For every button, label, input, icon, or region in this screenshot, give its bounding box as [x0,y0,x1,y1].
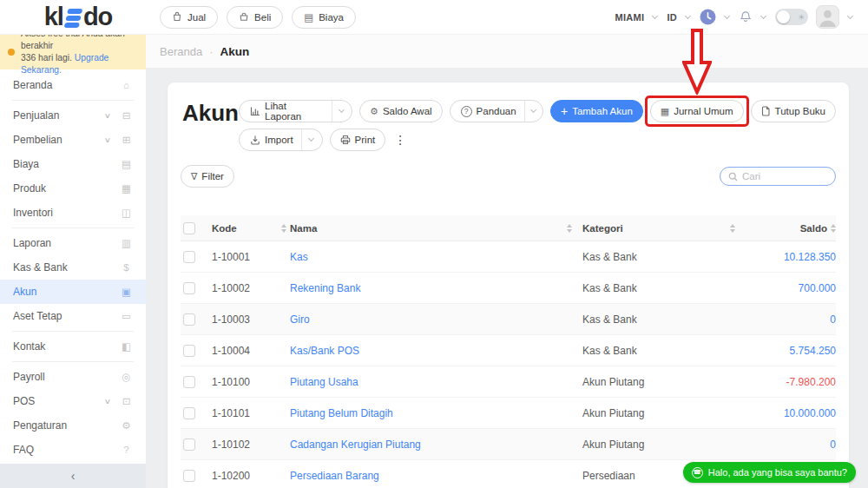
biaya-button[interactable]: ▤ Biaya [292,6,356,29]
kledo-logo[interactable]: kl do [0,3,156,31]
panduan-label: Panduan [477,106,516,116]
saldo-awal-button[interactable]: ⚙ Saldo Awal [359,100,443,122]
cell-kode: 1-10002 [212,282,250,294]
row-checkbox[interactable] [183,407,195,419]
saldo-awal-label: Saldo Awal [383,106,432,116]
select-all-checkbox[interactable] [183,222,195,234]
cell-nama-link[interactable]: Kas [290,251,308,263]
jurnal-umum-button[interactable]: ▦ Jurnal Umum [650,100,744,122]
sidebar-item[interactable]: Kontak ∨ ◧ [0,334,146,359]
phone-icon: ☎ [692,467,703,478]
language-selector[interactable]: ID [667,12,677,23]
sort-icon[interactable] [831,224,836,233]
cell-kategori: Akun Piutang [582,439,644,451]
sidebar-item[interactable]: Pembelian ∨ ⊞ [0,128,146,152]
cell-saldo: 10.000.000 [784,407,836,419]
sidebar-item[interactable]: Payroll ∨ ◎ [0,365,146,389]
avatar[interactable] [816,5,839,29]
panduan-button[interactable]: ? Panduan [450,101,524,122]
sidebar-item[interactable]: FAQ ∨ ? [0,438,146,462]
import-dropdown[interactable] [301,129,322,150]
toolbar-row-1: Lihat Laporan ⚙ Saldo Awal ? Panduan [239,100,836,122]
jual-label: Jual [187,12,206,23]
chat-widget-button[interactable]: ☎ Halo, ada yang bisa saya bantu? [683,462,856,483]
sidebar-item-icon: ◫ [120,207,133,219]
row-checkbox[interactable] [183,376,195,388]
chevron-down-icon [724,12,730,18]
search-input[interactable] [742,171,827,181]
search-icon [728,172,738,181]
tutup-buku-button[interactable]: Tutup Buku [751,100,836,122]
chevron-down-icon [685,12,691,18]
page-title: Akun [182,100,239,127]
sort-icon[interactable] [567,224,572,233]
search-box[interactable] [720,167,836,186]
sidebar-item-label: Laporan [13,237,120,249]
sidebar-item[interactable]: POS ∨ ⊡ [0,389,146,413]
chevron-down-icon [760,12,766,18]
row-checkbox[interactable] [183,251,195,263]
cell-nama-link[interactable]: Persediaan Barang [290,470,379,482]
panduan-dropdown[interactable] [524,101,542,122]
sort-icon[interactable] [730,224,735,233]
sidebar-item-icon: ⊞ [120,134,133,146]
sidebar-item-label: FAQ [13,444,120,456]
sidebar-item-label: Produk [13,182,120,195]
beli-label: Beli [254,12,271,23]
cell-nama-link[interactable]: Giro [290,313,310,326]
tambah-akun-button[interactable]: + Tambah Akun [550,100,643,122]
cell-nama-link[interactable]: Piutang Usaha [290,376,358,388]
theme-toggle[interactable]: ☀ [775,9,808,25]
sidebar-item[interactable]: Kas & Bank ∨ $ [0,255,146,280]
sidebar-item[interactable]: Produk ∨ ▦ [0,176,146,201]
beli-button[interactable]: Beli [227,6,283,29]
gear-icon: ⚙ [370,107,378,116]
row-checkbox[interactable] [183,313,195,326]
sidebar-item[interactable]: Beranda ∨ ⌂ [0,73,146,97]
row-checkbox[interactable] [183,439,195,451]
header-kode: Kode [212,223,237,234]
jurnal-umum-label: Jurnal Umum [674,106,733,116]
main-content: Akun Lihat Laporan ⚙ Saldo [146,68,868,488]
table-header: Kode Nama Kategori Saldo [181,215,836,241]
sidebar-item[interactable]: Laporan ∨ ▥ [0,231,146,255]
row-checkbox[interactable] [183,282,195,294]
bell-icon[interactable] [739,10,753,23]
sidebar-item[interactable]: Biaya ∨ ▤ [0,152,146,176]
breadcrumb-parent[interactable]: Beranda [160,45,202,58]
table-row: 1-10100 Piutang Usaha Akun Piutang -7.98… [181,366,836,398]
file-icon [761,106,771,116]
row-checkbox[interactable] [183,470,195,482]
print-button[interactable]: Print [330,129,386,151]
lihat-laporan-dropdown[interactable] [332,101,352,122]
cell-nama-link[interactable]: Rekening Bank [290,282,360,294]
lihat-laporan-button[interactable]: Lihat Laporan [240,101,332,122]
sidebar-item[interactable]: Aset Tetap ∨ ▭ [0,304,146,328]
cell-saldo: 0 [830,313,836,326]
sort-icon[interactable] [281,224,286,233]
filter-button[interactable]: ∇ Filter [181,165,234,188]
topbar: kl do Jual Beli ▤ Biaya MIAMI ID [0,0,868,35]
sidebar-item[interactable]: Akun ∨ ▣ [0,280,146,304]
more-options-button[interactable]: ⋮ [392,129,408,151]
company-selector[interactable]: MIAMI [615,12,645,23]
sidebar-item[interactable]: Pengaturan ∨ ⚙ [0,413,146,438]
row-checkbox[interactable] [183,345,195,357]
cell-kode: 1-10003 [212,313,250,326]
sidebar-item-icon: ⊟ [120,109,133,122]
sidebar-item-icon: ◎ [120,371,133,383]
sidebar-item[interactable]: Penjualan ∨ ⊟ [0,103,146,128]
jual-button[interactable]: Jual [160,6,218,29]
breadcrumb-separator: · [209,45,213,58]
akun-card: Akun Lihat Laporan ⚙ Saldo [168,82,849,488]
sidebar-collapse-button[interactable]: ‹ [0,464,146,488]
cell-nama-link[interactable]: Cadangan Kerugian Piutang [290,439,421,451]
cell-saldo: 0 [830,439,836,451]
sidebar-item[interactable]: Inventori ∨ ◫ [0,201,146,225]
cell-kode: 1-10102 [212,439,250,451]
cell-nama-link[interactable]: Kas/Bank POS [290,345,359,357]
cell-nama-link[interactable]: Piutang Belum Ditagih [290,407,393,419]
import-button[interactable]: Import [240,129,301,150]
history-clock-icon[interactable] [700,9,716,25]
cell-saldo: -7.980.200 [786,376,836,388]
